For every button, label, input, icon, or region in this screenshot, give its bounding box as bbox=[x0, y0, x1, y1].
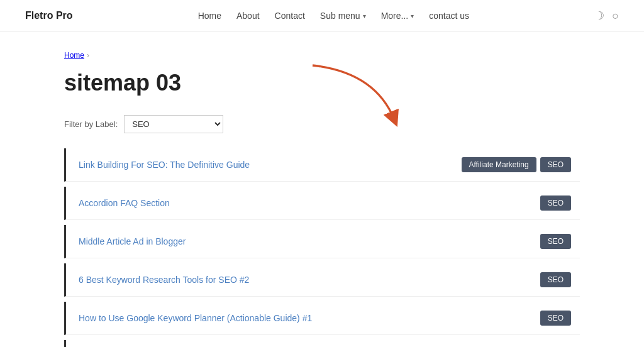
article-title[interactable]: Middle Article Ad in Blogger bbox=[79, 236, 186, 246]
search-icon[interactable]: ○ bbox=[612, 9, 619, 23]
filter-select[interactable]: SEO Affiliate Marketing All bbox=[124, 115, 223, 133]
page-title: sitemap 03 bbox=[64, 70, 580, 96]
badge-seo[interactable]: SEO bbox=[540, 311, 571, 326]
article-item: Accordion FAQ SectionSEO bbox=[64, 187, 580, 220]
moon-icon[interactable]: ☽ bbox=[594, 9, 604, 23]
nav-contact-us[interactable]: contact us bbox=[429, 11, 469, 21]
site-logo: Fletro Pro bbox=[25, 10, 73, 21]
article-badges: SEO bbox=[540, 196, 571, 211]
nav-home[interactable]: Home bbox=[198, 11, 221, 21]
filter-label: Filter by Label: bbox=[64, 119, 118, 129]
article-badges: Affiliate MarketingSEO bbox=[462, 157, 572, 172]
article-item: 6 Best Keyword Research Tools for SEO #2… bbox=[64, 263, 580, 297]
article-item: SEO GlossarySEO bbox=[64, 340, 580, 347]
article-title[interactable]: Link Building For SEO: The Definitive Gu… bbox=[79, 160, 250, 170]
filter-row: Filter by Label: SEO Affiliate Marketing… bbox=[64, 115, 580, 133]
breadcrumb: Home › bbox=[64, 51, 580, 60]
nav-more[interactable]: More... ▾ bbox=[381, 11, 414, 21]
nav-submenu-link[interactable]: Sub menu bbox=[320, 11, 360, 21]
article-item: Link Building For SEO: The Definitive Gu… bbox=[64, 148, 580, 182]
nav-more-link[interactable]: More... bbox=[381, 11, 409, 21]
article-item: Middle Article Ad in BloggerSEO bbox=[64, 225, 580, 258]
chevron-down-icon: ▾ bbox=[411, 13, 414, 19]
badge-affiliate-marketing[interactable]: Affiliate Marketing bbox=[462, 157, 536, 172]
badge-seo[interactable]: SEO bbox=[540, 196, 571, 211]
article-title[interactable]: How to Use Google Keyword Planner (Actio… bbox=[79, 313, 312, 323]
header-icons: ☽ ○ bbox=[594, 9, 619, 23]
badge-seo[interactable]: SEO bbox=[540, 272, 571, 287]
main-nav: Home About Contact Sub menu ▾ More... ▾ … bbox=[198, 11, 469, 21]
article-title[interactable]: 6 Best Keyword Research Tools for SEO #2 bbox=[79, 275, 249, 285]
article-list: Link Building For SEO: The Definitive Gu… bbox=[64, 148, 580, 347]
site-header: Fletro Pro Home About Contact Sub menu ▾… bbox=[0, 0, 644, 32]
article-title[interactable]: Accordion FAQ Section bbox=[79, 198, 170, 208]
article-badges: SEO bbox=[540, 272, 571, 287]
badge-seo[interactable]: SEO bbox=[540, 157, 571, 172]
nav-about[interactable]: About bbox=[236, 11, 260, 21]
breadcrumb-separator: › bbox=[87, 51, 89, 60]
nav-submenu[interactable]: Sub menu ▾ bbox=[320, 11, 366, 21]
article-badges: SEO bbox=[540, 311, 571, 326]
breadcrumb-home[interactable]: Home bbox=[64, 51, 84, 60]
article-badges: SEO bbox=[540, 234, 571, 249]
article-item: How to Use Google Keyword Planner (Actio… bbox=[64, 302, 580, 335]
nav-contact[interactable]: Contact bbox=[275, 11, 305, 21]
badge-seo[interactable]: SEO bbox=[540, 234, 571, 249]
chevron-down-icon: ▾ bbox=[363, 13, 366, 19]
main-content: Home › sitemap 03 Filter by Label: SEO A… bbox=[39, 32, 605, 347]
